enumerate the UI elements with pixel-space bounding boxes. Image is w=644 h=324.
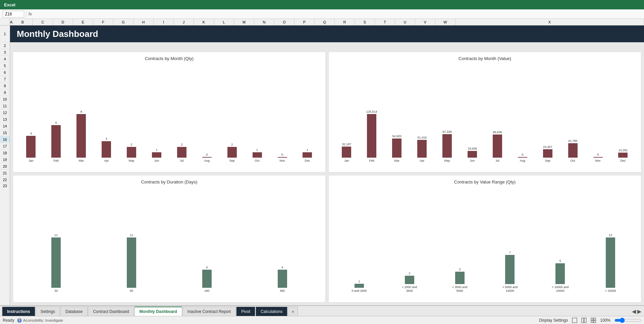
bar-group: 2> 2000 and 3500 [399, 271, 420, 293]
bar-fill [355, 284, 364, 288]
column-headers: A B C D E F G H I J K L M N O P Q R S T … [0, 19, 644, 25]
col-header-b[interactable]: B [13, 19, 33, 25]
bar-fill [342, 147, 351, 158]
col-header-e[interactable]: E [73, 19, 93, 25]
svg-rect-5 [591, 318, 593, 320]
col-header-c[interactable]: C [33, 19, 53, 25]
chart-value-range-bars: 10 and 20002> 2000 and 35003> 3500 and 5… [334, 187, 636, 300]
bar-value-label: 4 [30, 131, 32, 135]
display-settings[interactable]: Display Settings [539, 318, 568, 323]
formula-bar-divider [26, 11, 26, 17]
bar-group: 0Nov [272, 152, 292, 163]
bar-value-label: 66,636 [493, 130, 502, 134]
bar-x-label: Dec [620, 159, 626, 163]
tab-instructions[interactable]: Instructions [2, 307, 35, 316]
col-header-g[interactable]: G [113, 19, 133, 25]
bar-group: 4180 [197, 265, 217, 293]
col-header-d[interactable]: D [53, 19, 73, 25]
svg-rect-7 [591, 321, 593, 323]
col-header-r[interactable]: R [335, 19, 355, 25]
bar-fill [253, 152, 262, 158]
svg-rect-6 [594, 318, 596, 320]
bar-fill [568, 143, 578, 158]
fx-label: fx [29, 11, 32, 16]
chart-duration: Contracts by Duration (Days) 11301190418… [13, 175, 326, 303]
bar-group: 10 and 2000 [349, 279, 369, 293]
col-header-u[interactable]: U [395, 19, 415, 25]
col-header-n[interactable]: N [254, 19, 274, 25]
bar-fill [102, 141, 111, 158]
add-sheet-button[interactable]: + [288, 307, 298, 316]
bar-x-label: 180 [204, 289, 209, 293]
col-header-k[interactable]: K [194, 19, 214, 25]
bar-group: 3> 3500 and 5000 [450, 267, 470, 293]
tab-monthly-dashboard[interactable]: Monthly Dashboard [135, 307, 182, 316]
row-num-6: 6 [0, 69, 10, 76]
row-num-19: 19 [0, 156, 10, 163]
bar-value-label: 51,416 [417, 135, 427, 139]
bar-group: 0Aug [513, 152, 533, 163]
bar-value-label: 1 [256, 148, 258, 152]
bar-value-label: 1 [358, 279, 360, 283]
bar-fill [177, 147, 186, 158]
bar-value-label: 8 [80, 109, 82, 113]
chart-value-range: Contracts by Value Range (Qty) 10 and 20… [328, 175, 641, 303]
formula-input[interactable] [34, 11, 641, 17]
col-header-s[interactable]: S [355, 19, 375, 25]
page-break-button[interactable] [591, 318, 596, 323]
row-num-3: 3 [0, 49, 10, 56]
svg-rect-8 [594, 321, 596, 323]
bar-x-label: Nov [595, 159, 601, 163]
bar-group: 8Mar [71, 109, 91, 163]
bar-fill [127, 147, 136, 158]
bar-group: 0Aug [197, 152, 217, 163]
col-header-t[interactable]: T [375, 19, 395, 25]
col-header-v[interactable]: V [415, 19, 435, 25]
bar-fill [606, 237, 615, 288]
tab-database[interactable]: Database [60, 307, 88, 316]
col-header-l[interactable]: L [214, 19, 234, 25]
bar-fill [152, 152, 161, 158]
row-num-18: 18 [0, 150, 10, 156]
status-bar: Ready ♿ Accessibility: Investigate Displ… [0, 316, 644, 324]
scroll-sheets-right[interactable]: ▶ [637, 308, 641, 315]
bar-group: 4Jan [21, 131, 41, 163]
col-header-h[interactable]: H [133, 19, 154, 25]
tab-calculations[interactable]: Calculations [256, 307, 287, 316]
tab-settings[interactable]: Settings [36, 307, 60, 316]
col-header-a[interactable]: A [10, 19, 13, 25]
bar-group: 2May [121, 142, 142, 163]
row-num-7: 7 [0, 76, 10, 83]
col-header-q[interactable]: Q [315, 19, 335, 25]
col-header-w[interactable]: W [435, 19, 455, 25]
bar-x-label: > 3500 and 5000 [450, 285, 470, 293]
chart-qty-title: Contracts by Month (Qty) [18, 56, 320, 61]
normal-view-button[interactable] [572, 318, 577, 323]
col-header-j[interactable]: J [174, 19, 194, 25]
chart-value-bars: 32,187Jan125,514Feb54,920Mar51,416Apr67,… [334, 64, 636, 169]
tab-inactive-contract-report[interactable]: Inactive Contract Report [182, 307, 236, 316]
col-header-m[interactable]: M [234, 19, 254, 25]
bar-fill [493, 134, 502, 158]
col-header-p[interactable]: P [294, 19, 315, 25]
col-header-f[interactable]: F [93, 19, 113, 25]
cell-reference[interactable]: Z16 [3, 11, 24, 17]
bar-group: 7> 5000 and 10000 [500, 250, 520, 293]
bar-group: 5> 10000 and 15000 [550, 259, 570, 293]
page-layout-button[interactable] [581, 318, 587, 323]
col-header-i[interactable]: I [154, 19, 174, 25]
tab-pivot[interactable]: Pivot [236, 307, 255, 316]
bar-value-label: 24,407 [543, 145, 552, 149]
row-num-15: 15 [0, 129, 10, 136]
scroll-sheets-left[interactable]: ◀ [632, 308, 636, 315]
zoom-slider[interactable] [614, 318, 641, 323]
bar-group: 2Jul [172, 142, 192, 163]
svg-text:♿: ♿ [18, 319, 21, 322]
bar-x-label: Nov [280, 159, 285, 163]
status-ready: Ready [3, 318, 14, 323]
col-header-o[interactable]: O [274, 19, 294, 25]
charts-grid: Contracts by Month (Qty) 4Jan6Feb8Mar3Ap… [10, 49, 644, 305]
tab-contract-dashboard[interactable]: Contract Dashboard [88, 307, 134, 316]
bar-group: 54,920Mar [387, 134, 407, 163]
col-header-x[interactable]: X [455, 19, 644, 25]
